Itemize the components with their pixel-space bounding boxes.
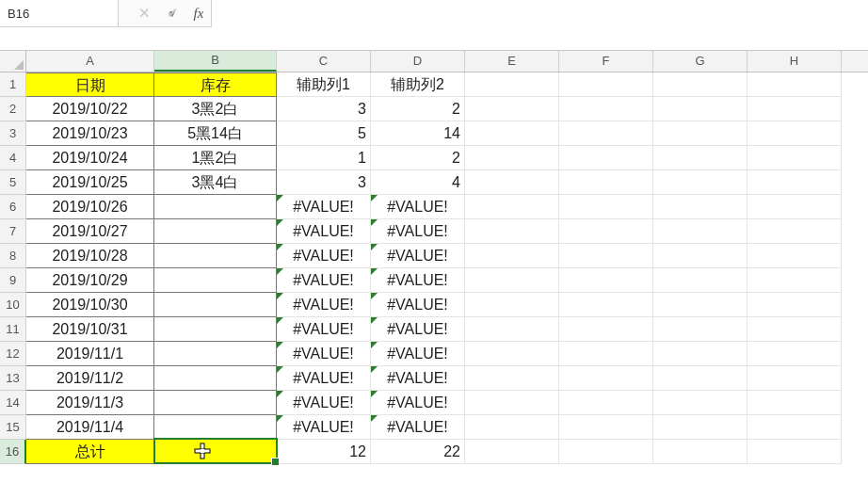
cell-E8[interactable]	[465, 244, 559, 268]
cell-F15[interactable]	[559, 415, 653, 440]
col-header-H[interactable]: H	[747, 51, 842, 72]
row-header[interactable]: 6	[0, 195, 26, 219]
cell-C12[interactable]: #VALUE!	[277, 342, 371, 366]
cell-G13[interactable]	[653, 366, 747, 391]
cell-D13[interactable]: #VALUE!	[371, 366, 465, 391]
cell-G5[interactable]	[653, 170, 747, 195]
cell-F7[interactable]	[559, 219, 653, 244]
cell-H15[interactable]	[747, 415, 842, 440]
cell-B5[interactable]: 3黑4白	[154, 170, 277, 195]
cell-E2[interactable]	[465, 97, 559, 121]
cell-G15[interactable]	[653, 415, 747, 440]
cell-C6[interactable]: #VALUE!	[277, 195, 371, 219]
cell-F4[interactable]	[559, 146, 653, 170]
cell-A10[interactable]: 2019/10/30	[26, 293, 154, 317]
cell-H11[interactable]	[747, 317, 842, 342]
cell-E15[interactable]	[465, 415, 559, 440]
cell-D15[interactable]: #VALUE!	[371, 415, 465, 440]
cell-B13[interactable]	[154, 366, 277, 391]
row-header[interactable]: 1	[0, 72, 26, 97]
cell-C7[interactable]: #VALUE!	[277, 219, 371, 244]
row-header[interactable]: 2	[0, 97, 26, 121]
col-header-G[interactable]: G	[653, 51, 747, 72]
cell-A12[interactable]: 2019/11/1	[26, 342, 154, 366]
cell-A5[interactable]: 2019/10/25	[26, 170, 154, 195]
cell-F14[interactable]	[559, 391, 653, 415]
col-header-C[interactable]: C	[277, 51, 371, 72]
cell-H5[interactable]	[747, 170, 842, 195]
cell-G7[interactable]	[653, 219, 747, 244]
cell-H7[interactable]	[747, 219, 842, 244]
cell-B6[interactable]	[154, 195, 277, 219]
row-header[interactable]: 9	[0, 268, 26, 293]
cell-H9[interactable]	[747, 268, 842, 293]
cell-H4[interactable]	[747, 146, 842, 170]
cell-A3[interactable]: 2019/10/23	[26, 121, 154, 146]
cell-D10[interactable]: #VALUE!	[371, 293, 465, 317]
cell-B2[interactable]: 3黑2白	[154, 97, 277, 121]
cell-F6[interactable]	[559, 195, 653, 219]
cell-D7[interactable]: #VALUE!	[371, 219, 465, 244]
row-header[interactable]: 8	[0, 244, 26, 268]
cell-B14[interactable]	[154, 391, 277, 415]
cell-D5[interactable]: 4	[371, 170, 465, 195]
row-header[interactable]: 10	[0, 293, 26, 317]
cell-H14[interactable]	[747, 391, 842, 415]
cell-H16[interactable]	[747, 440, 842, 464]
cell-E11[interactable]	[465, 317, 559, 342]
cell-F12[interactable]	[559, 342, 653, 366]
cell-C15[interactable]: #VALUE!	[277, 415, 371, 440]
cell-A16[interactable]: 总计	[26, 440, 154, 464]
cell-B16[interactable]	[154, 440, 277, 464]
cell-G1[interactable]	[653, 72, 747, 97]
col-header-D[interactable]: D	[371, 51, 465, 72]
cell-H1[interactable]	[747, 72, 842, 97]
row-header[interactable]: 4	[0, 146, 26, 170]
cell-C9[interactable]: #VALUE!	[277, 268, 371, 293]
cell-G2[interactable]	[653, 97, 747, 121]
cell-E6[interactable]	[465, 195, 559, 219]
cell-B9[interactable]	[154, 268, 277, 293]
cell-B8[interactable]	[154, 244, 277, 268]
cell-A13[interactable]: 2019/11/2	[26, 366, 154, 391]
cell-D14[interactable]: #VALUE!	[371, 391, 465, 415]
cell-H13[interactable]	[747, 366, 842, 391]
row-header[interactable]: 16	[0, 440, 26, 464]
cell-F10[interactable]	[559, 293, 653, 317]
cell-F2[interactable]	[559, 97, 653, 121]
row-header[interactable]: 15	[0, 415, 26, 440]
cell-G12[interactable]	[653, 342, 747, 366]
cell-B15[interactable]	[154, 415, 277, 440]
cell-D6[interactable]: #VALUE!	[371, 195, 465, 219]
cell-H6[interactable]	[747, 195, 842, 219]
row-header[interactable]: 11	[0, 317, 26, 342]
cell-B1[interactable]: 库存	[154, 72, 277, 97]
cell-D1[interactable]: 辅助列2	[371, 72, 465, 97]
cell-B12[interactable]	[154, 342, 277, 366]
cell-C5[interactable]: 3	[277, 170, 371, 195]
cell-A7[interactable]: 2019/10/27	[26, 219, 154, 244]
cell-A11[interactable]: 2019/10/31	[26, 317, 154, 342]
cell-G6[interactable]	[653, 195, 747, 219]
cell-D2[interactable]: 2	[371, 97, 465, 121]
cell-H8[interactable]	[747, 244, 842, 268]
cell-F1[interactable]	[559, 72, 653, 97]
cell-C2[interactable]: 3	[277, 97, 371, 121]
cell-G16[interactable]	[653, 440, 747, 464]
cell-H12[interactable]	[747, 342, 842, 366]
cell-C10[interactable]: #VALUE!	[277, 293, 371, 317]
row-header[interactable]: 5	[0, 170, 26, 195]
cell-G8[interactable]	[653, 244, 747, 268]
cell-D12[interactable]: #VALUE!	[371, 342, 465, 366]
cell-A8[interactable]: 2019/10/28	[26, 244, 154, 268]
cell-D16[interactable]: 22	[371, 440, 465, 464]
cell-H2[interactable]	[747, 97, 842, 121]
cell-F13[interactable]	[559, 366, 653, 391]
formula-cancel-button[interactable]: ✕	[130, 0, 158, 26]
formula-input[interactable]	[211, 0, 868, 27]
cell-E5[interactable]	[465, 170, 559, 195]
cell-C3[interactable]: 5	[277, 121, 371, 146]
cell-E10[interactable]	[465, 293, 559, 317]
cell-A2[interactable]: 2019/10/22	[26, 97, 154, 121]
grid[interactable]: A B C D E F G H 1日期库存辅助列1辅助列222019/10/22…	[0, 51, 868, 464]
